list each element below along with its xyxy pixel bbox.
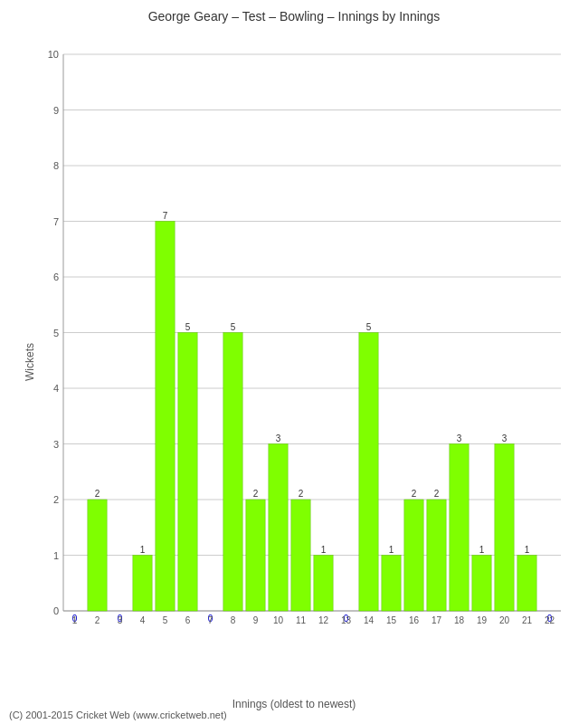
svg-rect-65 [404, 500, 423, 611]
svg-text:19: 19 [477, 615, 488, 625]
svg-text:4: 4 [53, 383, 59, 394]
svg-text:17: 17 [432, 615, 442, 625]
svg-text:1: 1 [53, 550, 59, 561]
svg-text:4: 4 [140, 615, 146, 625]
svg-text:6: 6 [185, 615, 191, 625]
svg-text:7: 7 [208, 615, 213, 625]
svg-text:5: 5 [366, 322, 372, 332]
svg-text:1: 1 [525, 545, 530, 555]
svg-text:7: 7 [163, 211, 168, 221]
svg-text:20: 20 [499, 615, 510, 625]
svg-rect-26 [88, 500, 107, 611]
svg-text:1: 1 [479, 545, 485, 555]
svg-rect-74 [472, 556, 491, 612]
svg-text:9: 9 [53, 105, 59, 116]
svg-text:2: 2 [253, 489, 259, 499]
chart-area: 0123456789100122031475560758293102111120… [54, 36, 570, 652]
svg-text:5: 5 [53, 328, 59, 338]
svg-text:8: 8 [53, 160, 59, 171]
svg-text:1: 1 [140, 545, 146, 555]
copyright-text: (C) 2001-2015 Cricket Web (www.cricketwe… [9, 710, 227, 720]
svg-rect-31 [133, 556, 152, 612]
svg-text:13: 13 [341, 615, 352, 625]
svg-text:2: 2 [95, 489, 100, 499]
svg-rect-48 [269, 444, 288, 612]
svg-text:8: 8 [231, 615, 236, 625]
svg-text:11: 11 [296, 615, 307, 625]
svg-text:16: 16 [409, 615, 420, 625]
svg-text:15: 15 [386, 615, 397, 625]
svg-text:0: 0 [53, 605, 59, 616]
svg-text:2: 2 [434, 489, 440, 499]
svg-rect-62 [382, 556, 401, 612]
svg-rect-68 [427, 500, 446, 611]
svg-text:22: 22 [545, 615, 555, 625]
svg-text:2: 2 [299, 489, 304, 499]
x-axis-label: Innings (oldest to newest) [232, 698, 356, 710]
svg-text:2: 2 [95, 615, 100, 625]
chart-container: George Geary – Test – Bowling – Innings … [0, 0, 588, 724]
svg-rect-51 [291, 500, 310, 611]
svg-text:21: 21 [522, 615, 533, 625]
y-axis-label: Wickets [24, 343, 36, 381]
svg-text:1: 1 [389, 545, 394, 555]
svg-text:14: 14 [364, 615, 375, 625]
svg-text:3: 3 [276, 433, 281, 443]
svg-rect-34 [156, 222, 175, 612]
svg-rect-71 [450, 444, 469, 612]
svg-text:1: 1 [321, 545, 327, 555]
svg-rect-37 [178, 333, 197, 612]
svg-text:12: 12 [318, 615, 329, 625]
svg-text:5: 5 [163, 615, 168, 625]
svg-text:1: 1 [72, 615, 78, 625]
svg-text:3: 3 [118, 615, 123, 625]
chart-title: George Geary – Test – Bowling – Innings … [0, 0, 588, 28]
bar-chart: 0123456789100122031475560758293102111120… [54, 36, 570, 652]
svg-text:18: 18 [454, 615, 465, 625]
svg-text:3: 3 [502, 433, 507, 443]
svg-text:5: 5 [185, 322, 191, 332]
svg-text:5: 5 [231, 322, 236, 332]
svg-rect-54 [314, 556, 333, 612]
svg-text:6: 6 [53, 272, 59, 282]
svg-text:10: 10 [273, 615, 284, 625]
svg-text:9: 9 [253, 615, 259, 625]
svg-text:3: 3 [457, 433, 462, 443]
svg-rect-45 [246, 500, 265, 611]
svg-rect-80 [517, 556, 536, 612]
svg-text:7: 7 [53, 216, 59, 227]
svg-text:2: 2 [412, 489, 417, 499]
svg-text:2: 2 [53, 494, 59, 505]
svg-rect-59 [359, 333, 378, 612]
svg-text:3: 3 [53, 439, 59, 450]
svg-text:10: 10 [48, 49, 59, 60]
svg-rect-42 [223, 333, 242, 612]
svg-rect-77 [495, 444, 514, 612]
